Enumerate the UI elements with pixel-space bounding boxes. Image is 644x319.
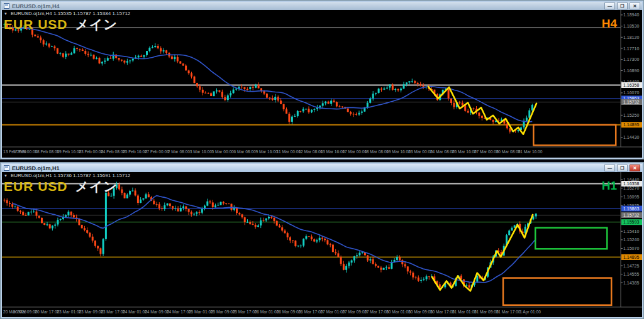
chart-client-area-h1[interactable]: ▼ EURUSD.oj1m,H1 1.15736 1.15787 1.15691… (2, 172, 642, 317)
chart-window-h4[interactable]: EURUSD.oj1m,H4 — ❐ ✕ ▼ EURUSD.oj1m,H4 1.… (0, 0, 644, 160)
svg-text:1.15070: 1.15070 (623, 246, 639, 251)
svg-text:1.15240: 1.15240 (623, 237, 639, 242)
svg-text:1.16095: 1.16095 (623, 195, 639, 199)
svg-text:30 Mar 17:00: 30 Mar 17:00 (430, 310, 455, 314)
price-axis: 1.164401.162701.160951.159251.154101.152… (621, 178, 639, 285)
zigzag-line (432, 215, 533, 291)
svg-text:1.16358: 1.16358 (623, 181, 639, 186)
svg-text:1.14430: 1.14430 (623, 135, 639, 139)
svg-text:26 Mar 09:00: 26 Mar 09:00 (276, 310, 301, 314)
close-button[interactable]: ✕ (630, 165, 640, 171)
symbol-dropdown-icon[interactable]: ▼ (4, 12, 8, 16)
watermark-symbol: EUR USD (4, 17, 68, 31)
svg-text:23 Mar 09:00: 23 Mar 09:00 (79, 310, 103, 314)
svg-text:24 Mar 01:00: 24 Mar 01:00 (123, 310, 147, 314)
time-axis: 13 Feb 202617 Feb 00:0018 Feb 08:0019 Fe… (3, 149, 543, 154)
candles (4, 23, 533, 134)
svg-text:1.14895: 1.14895 (623, 255, 639, 259)
svg-text:1.16270: 1.16270 (623, 186, 639, 190)
svg-text:1.16890: 1.16890 (623, 68, 639, 73)
svg-text:1.15593: 1.15593 (623, 220, 639, 224)
svg-text:24 Mar 09:00: 24 Mar 09:00 (145, 310, 169, 314)
svg-text:31 Mar 16:00: 31 Mar 16:00 (518, 149, 543, 154)
svg-text:13 Mar 16:00: 13 Mar 16:00 (320, 149, 345, 154)
svg-text:25 Feb 16:00: 25 Feb 16:00 (123, 149, 147, 154)
setup-rect-0 (535, 228, 607, 249)
restore-button[interactable]: ❐ (617, 3, 628, 9)
symbol-watermark: EUR USDメイン (4, 16, 118, 33)
svg-text:26 Mar 01:00: 26 Mar 01:00 (255, 310, 279, 314)
watermark-label: メイン (75, 179, 118, 193)
svg-text:1 Apr 01:00: 1 Apr 01:00 (519, 310, 541, 315)
timeframe-badge: H1 (602, 179, 617, 193)
svg-text:1.18530: 1.18530 (623, 24, 639, 28)
svg-text:23 Feb 00:00: 23 Feb 00:00 (79, 149, 103, 154)
svg-text:30 Mar 01:00: 30 Mar 01:00 (386, 310, 411, 314)
svg-text:12 Mar 08:00: 12 Mar 08:00 (298, 149, 323, 154)
svg-text:19 Mar 16:00: 19 Mar 16:00 (386, 149, 411, 154)
svg-text:20 Mar 17:00: 20 Mar 17:00 (35, 310, 59, 314)
svg-text:27 Mar 17:00: 27 Mar 17:00 (364, 310, 389, 314)
svg-text:31 Mar 09:00: 31 Mar 09:00 (474, 310, 499, 314)
svg-text:1.14385: 1.14385 (623, 281, 639, 285)
setup-rect-1 (503, 278, 611, 305)
svg-text:25 Mar 16:00: 25 Mar 16:00 (452, 149, 477, 154)
svg-text:1.15732: 1.15732 (623, 100, 639, 104)
minimize-button[interactable]: — (604, 165, 615, 171)
svg-text:24 Feb 08:00: 24 Feb 08:00 (101, 149, 125, 154)
svg-text:1.18940: 1.18940 (623, 13, 639, 17)
svg-text:19 Feb 16:00: 19 Feb 16:00 (57, 149, 81, 154)
chart-window-icon (4, 165, 9, 171)
svg-text:17 Feb 00:00: 17 Feb 00:00 (13, 149, 37, 154)
ohlc-info-text: EURUSD.oj1m,H1 1.15736 1.15787 1.15691 1… (11, 173, 130, 178)
window-title: EURUSD.oj1m,H1 (12, 165, 60, 171)
ohlc-info-line: ▼ EURUSD.oj1m,H4 1.15535 1.15787 1.15384… (4, 11, 130, 16)
svg-text:31 Mar 17:00: 31 Mar 17:00 (496, 310, 521, 314)
setup-rect-0 (533, 125, 616, 146)
price-axis: 1.189401.185301.181201.177101.173001.168… (621, 13, 639, 139)
svg-text:27 Mar 01:00: 27 Mar 01:00 (320, 310, 345, 314)
minimize-button[interactable]: — (604, 3, 615, 9)
svg-text:6 Mar 08:00: 6 Mar 08:00 (234, 149, 257, 154)
svg-text:26 Mar 17:00: 26 Mar 17:00 (298, 310, 323, 314)
svg-text:24 Mar 08:00: 24 Mar 08:00 (430, 149, 455, 154)
close-button[interactable]: ✕ (630, 3, 640, 9)
svg-text:1.15410: 1.15410 (623, 229, 639, 234)
svg-text:1.14555: 1.14555 (623, 272, 639, 276)
restore-button[interactable]: ❐ (617, 165, 628, 171)
ohlc-info-line: ▼ EURUSD.oj1m,H1 1.15736 1.15787 1.15691… (4, 173, 130, 178)
svg-text:1.14725: 1.14725 (623, 264, 639, 268)
svg-text:25 Mar 17:00: 25 Mar 17:00 (233, 310, 257, 314)
svg-text:9 Mar 16:00: 9 Mar 16:00 (255, 149, 278, 154)
window-titlebar[interactable]: EURUSD.oj1m,H1 — ❐ ✕ (2, 164, 642, 172)
window-titlebar[interactable]: EURUSD.oj1m,H4 — ❐ ✕ (2, 2, 642, 10)
candles (4, 181, 537, 289)
svg-text:30 Mar 08:00: 30 Mar 08:00 (496, 149, 521, 154)
svg-text:2 Mar 08:00: 2 Mar 08:00 (168, 149, 191, 154)
symbol-dropdown-icon[interactable]: ▼ (4, 174, 8, 178)
timeframe-badge: H4 (602, 17, 617, 31)
svg-text:24 Mar 17:00: 24 Mar 17:00 (167, 310, 191, 314)
svg-text:1.16358: 1.16358 (623, 83, 639, 87)
svg-text:18 Feb 08:00: 18 Feb 08:00 (35, 149, 59, 154)
chart-window-icon (4, 3, 9, 9)
time-axis: 20 Mar 202620 Mar 09:0020 Mar 17:0023 Ma… (3, 310, 541, 315)
svg-text:1.15250: 1.15250 (623, 113, 639, 117)
svg-text:25 Mar 01:00: 25 Mar 01:00 (189, 310, 213, 314)
svg-text:23 Mar 01:00: 23 Mar 01:00 (57, 310, 81, 314)
zigzag-line (428, 87, 536, 134)
svg-text:18 Mar 08:00: 18 Mar 08:00 (364, 149, 389, 154)
svg-text:25 Mar 09:00: 25 Mar 09:00 (211, 310, 235, 314)
svg-text:1.15732: 1.15732 (623, 213, 639, 217)
svg-text:11 Mar 00:00: 11 Mar 00:00 (277, 149, 301, 154)
svg-text:23 Mar 17:00: 23 Mar 17:00 (101, 310, 125, 314)
svg-text:27 Mar 09:00: 27 Mar 09:00 (342, 310, 367, 314)
svg-text:1.18120: 1.18120 (623, 35, 639, 40)
svg-text:17 Mar 00:00: 17 Mar 00:00 (342, 149, 367, 154)
price-tags: 1.163581.158631.157321.14895 (621, 82, 642, 127)
watermark-label: メイン (75, 17, 118, 31)
svg-text:27 Feb 00:00: 27 Feb 00:00 (145, 149, 169, 154)
chart-window-h1[interactable]: EURUSD.oj1m,H1 — ❐ ✕ ▼ EURUSD.oj1m,H1 1.… (0, 162, 644, 319)
chart-client-area-h4[interactable]: ▼ EURUSD.oj1m,H4 1.15535 1.15787 1.15384… (2, 10, 642, 158)
svg-text:1.15863: 1.15863 (623, 207, 639, 211)
